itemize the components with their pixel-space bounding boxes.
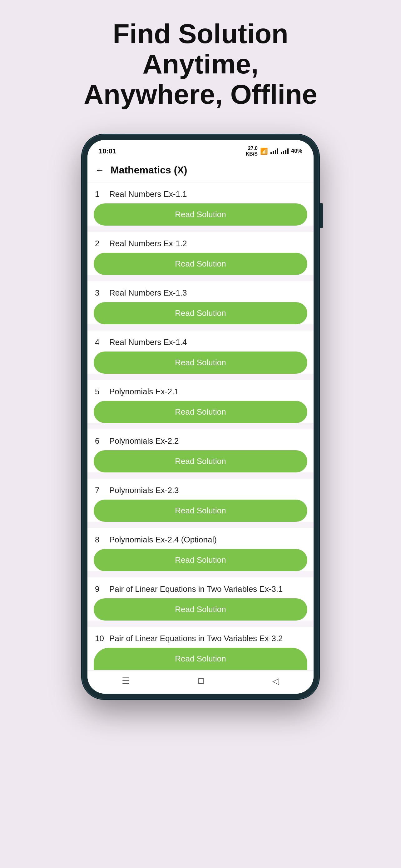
exercise-name: Pair of Linear Equations in Two Variable…: [109, 634, 282, 643]
read-solution-button[interactable]: Read Solution: [94, 450, 307, 472]
battery-label: 40%: [291, 148, 302, 154]
read-solution-button[interactable]: Read Solution: [94, 401, 307, 423]
read-solution-button[interactable]: Read Solution: [94, 253, 307, 275]
exercise-name: Real Numbers Ex-1.1: [109, 189, 187, 199]
exercise-number: 1: [95, 189, 104, 199]
read-solution-button[interactable]: Read Solution: [94, 351, 307, 374]
exercise-name: Pair of Linear Equations in Two Variable…: [109, 584, 282, 594]
home-icon[interactable]: □: [198, 676, 204, 686]
read-solution-button[interactable]: Read Solution: [94, 598, 307, 621]
exercise-name: Real Numbers Ex-1.3: [109, 288, 187, 298]
exercise-number: 3: [95, 288, 104, 298]
back-nav-icon[interactable]: ◁: [272, 676, 279, 686]
read-solution-button[interactable]: Read Solution: [94, 549, 307, 571]
exercise-name: Polynomials Ex-2.3: [109, 486, 179, 495]
phone-screen: 10:01 27.0KB/S 📶 40% ← Mathematics (X) 1…: [88, 140, 313, 693]
signal-bars-2: [281, 148, 289, 154]
exercise-name: Polynomials Ex-2.4 (Optional): [109, 535, 217, 545]
exercise-number: 7: [95, 486, 104, 495]
exercise-name: Polynomials Ex-2.2: [109, 436, 179, 446]
exercise-item: 9Pair of Linear Equations in Two Variabl…: [88, 578, 313, 621]
exercise-item: 6Polynomials Ex-2.2Read Solution: [88, 429, 313, 472]
exercise-name: Real Numbers Ex-1.4: [109, 337, 187, 347]
exercise-item: 1Real Numbers Ex-1.1Read Solution: [88, 183, 313, 226]
signal-bars: [270, 148, 278, 154]
nav-header: ← Mathematics (X): [88, 159, 313, 183]
data-speed-label: 27.0KB/S: [246, 146, 258, 157]
wifi-icon: 📶: [260, 148, 268, 155]
exercise-item: 5Polynomials Ex-2.1Read Solution: [88, 380, 313, 423]
exercise-name: Polynomials Ex-2.1: [109, 387, 179, 397]
exercise-number: 6: [95, 436, 104, 446]
nav-title: Mathematics (X): [110, 164, 187, 176]
read-solution-button[interactable]: Read Solution: [94, 204, 307, 226]
menu-icon[interactable]: ☰: [122, 676, 130, 686]
exercise-item: 10Pair of Linear Equations in Two Variab…: [88, 627, 313, 670]
read-solution-button[interactable]: Read Solution: [94, 648, 307, 670]
exercise-item: 8Polynomials Ex-2.4 (Optional)Read Solut…: [88, 528, 313, 571]
back-button[interactable]: ←: [95, 165, 104, 175]
exercise-item: 4Real Numbers Ex-1.4Read Solution: [88, 331, 313, 374]
status-bar: 10:01 27.0KB/S 📶 40%: [88, 140, 313, 159]
exercise-number: 10: [95, 634, 104, 643]
exercise-item: 2Real Numbers Ex-1.2Read Solution: [88, 232, 313, 275]
exercise-item: 3Real Numbers Ex-1.3Read Solution: [88, 281, 313, 324]
exercise-number: 9: [95, 584, 104, 594]
bottom-nav: ☰ □ ◁: [88, 671, 313, 694]
exercise-number: 2: [95, 239, 104, 248]
exercise-number: 4: [95, 337, 104, 347]
read-solution-button[interactable]: Read Solution: [94, 500, 307, 522]
exercise-item: 7Polynomials Ex-2.3Read Solution: [88, 479, 313, 522]
exercise-name: Real Numbers Ex-1.2: [109, 239, 187, 248]
page-headline: Find Solution Anytime, Anywhere, Offline: [60, 19, 341, 110]
content-area: 1Real Numbers Ex-1.1Read Solution2Real N…: [88, 183, 313, 671]
status-time: 10:01: [99, 147, 116, 155]
phone-frame: 10:01 27.0KB/S 📶 40% ← Mathematics (X) 1…: [82, 134, 319, 699]
status-right: 27.0KB/S 📶 40%: [246, 146, 302, 157]
exercise-number: 8: [95, 535, 104, 545]
exercise-number: 5: [95, 387, 104, 397]
read-solution-button[interactable]: Read Solution: [94, 302, 307, 324]
